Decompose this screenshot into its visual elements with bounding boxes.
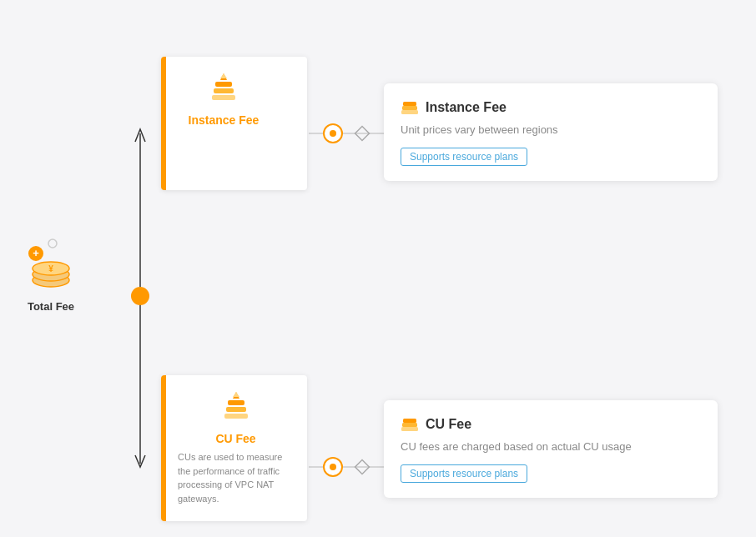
instance-fee-card: Instance Fee [161,57,307,190]
svg-marker-24 [233,392,239,397]
instance-resource-badge[interactable]: Supports resource plans [401,148,527,166]
svg-rect-6 [355,127,370,141]
svg-text:+: + [33,247,39,259]
svg-rect-22 [228,400,244,405]
svg-rect-20 [224,414,248,419]
svg-rect-17 [215,82,232,87]
svg-rect-29 [402,423,417,427]
svg-marker-19 [220,73,227,78]
cu-fee-card-desc: CUs are used to measure the performance … [178,450,294,505]
svg-rect-7 [355,460,370,474]
instance-fee-card-title: Instance Fee [189,113,260,127]
cu-fee-card: CU Fee CUs are used to measure the perfo… [161,375,307,521]
cu-connector-dot-inner [330,464,336,470]
total-fee-label: Total Fee [28,300,74,313]
cu-connector-dot [323,457,343,477]
instance-detail-card-title: Instance Fee [401,98,701,117]
cu-fee-icon [218,389,255,425]
instance-connector-dot-inner [330,130,336,137]
svg-rect-28 [401,427,418,431]
svg-point-14 [48,239,57,248]
cu-detail-desc: CU fees are charged based on actual CU u… [401,440,701,453]
total-fee-node: ¥ + Total Fee [0,223,102,319]
svg-rect-15 [212,95,235,100]
instance-connector-dot [323,123,343,143]
svg-rect-30 [403,419,416,423]
instance-detail-card: Instance Fee Unit prices vary between re… [384,83,718,181]
cu-fee-card-title: CU Fee [215,432,255,445]
cu-resource-badge[interactable]: Supports resource plans [401,464,527,483]
center-node [131,287,149,305]
svg-rect-25 [401,110,418,114]
svg-rect-16 [214,88,234,93]
cu-detail-card: CU Fee CU fees are charged based on actu… [384,400,718,498]
svg-rect-21 [226,407,246,412]
cu-fee-card-content: CU Fee CUs are used to measure the perfo… [166,375,307,521]
instance-detail-desc: Unit prices vary between regions [401,123,701,136]
total-fee-icon: ¥ + [18,230,84,297]
svg-rect-27 [403,102,416,106]
canvas: ¥ + Total Fee [0,0,756,537]
cu-detail-card-title: CU Fee [401,415,701,434]
instance-detail-icon [401,98,419,117]
svg-text:¥: ¥ [48,264,53,274]
instance-fee-icon [205,70,242,107]
cu-detail-icon [401,415,419,434]
instance-fee-card-content: Instance Fee [166,57,283,190]
svg-rect-26 [402,106,417,110]
